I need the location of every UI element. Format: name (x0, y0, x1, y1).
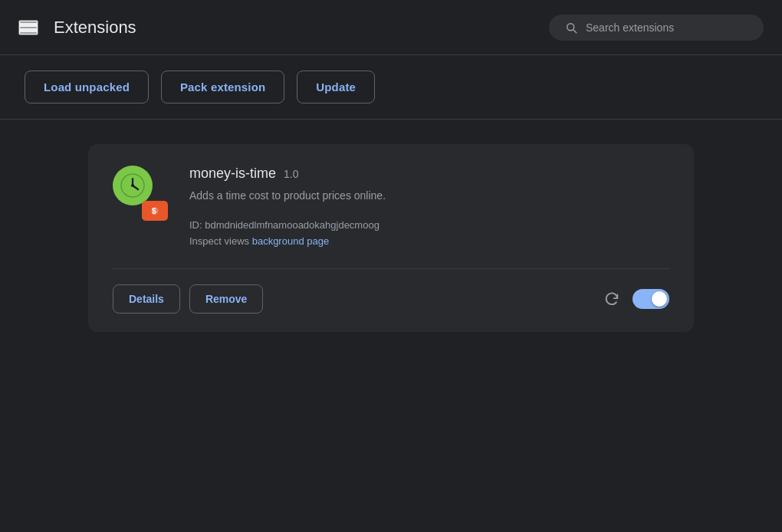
extension-version: 1.0 (284, 168, 298, 180)
header-left: Extensions (18, 18, 136, 38)
menu-button[interactable] (18, 20, 38, 35)
inspect-views-label: Inspect views (189, 235, 249, 247)
details-button[interactable]: Details (113, 284, 180, 314)
card-bottom-right (603, 289, 669, 309)
main-content: $ money-is-time 1.0 Adds a time cost to … (0, 120, 782, 356)
extension-inspect: Inspect views background page (189, 235, 669, 247)
reload-button[interactable] (603, 291, 620, 307)
search-input[interactable] (586, 21, 748, 34)
clock-circle (113, 166, 153, 205)
header: Extensions (0, 0, 782, 55)
background-page-link[interactable]: background page (252, 235, 329, 247)
extension-name: money-is-time (189, 166, 276, 182)
extension-description: Adds a time cost to product prices onlin… (189, 188, 669, 204)
load-unpacked-button[interactable]: Load unpacked (25, 71, 149, 103)
search-bar (549, 15, 764, 41)
card-bottom: Details Remove (113, 268, 669, 314)
money-badge: $ (142, 201, 168, 221)
extension-card: $ money-is-time 1.0 Adds a time cost to … (88, 144, 694, 332)
hamburger-line (20, 27, 37, 28)
extension-meta: ID: bdmdnidedlmfnamooadokahgjdecmoog Ins… (189, 219, 669, 247)
extension-toggle[interactable] (632, 289, 669, 309)
svg-point-3 (131, 184, 134, 187)
reload-icon (603, 291, 620, 307)
pack-extension-button[interactable]: Pack extension (161, 71, 284, 103)
extension-icon: $ (113, 166, 168, 221)
clock-icon (118, 171, 147, 200)
money-icon: $ (144, 203, 166, 218)
extension-name-row: money-is-time 1.0 (189, 166, 669, 182)
search-icon (564, 21, 578, 34)
extension-id: ID: bdmdnidedlmfnamooadokahgjdecmoog (189, 219, 669, 231)
hamburger-line (20, 32, 37, 34)
card-top: $ money-is-time 1.0 Adds a time cost to … (113, 166, 669, 247)
hamburger-line (20, 21, 37, 23)
svg-text:$: $ (152, 207, 156, 215)
toolbar: Load unpacked Pack extension Update (0, 55, 782, 120)
page-title: Extensions (54, 18, 136, 38)
update-button[interactable]: Update (297, 71, 375, 103)
card-bottom-left: Details Remove (113, 284, 263, 314)
toggle-thumb (652, 291, 667, 307)
remove-button[interactable]: Remove (189, 284, 263, 314)
extension-info: money-is-time 1.0 Adds a time cost to pr… (189, 166, 669, 247)
